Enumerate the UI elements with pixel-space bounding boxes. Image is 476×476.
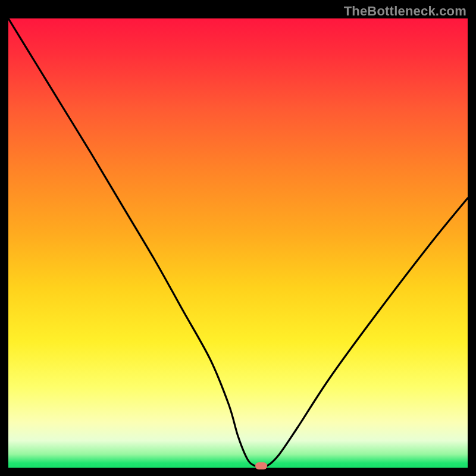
plot-area: [8, 18, 468, 468]
curve-path: [8, 18, 468, 466]
chart-frame: TheBottleneck.com: [0, 0, 476, 476]
min-marker: [255, 462, 267, 469]
bottleneck-curve: [8, 18, 468, 468]
watermark-text: TheBottleneck.com: [344, 4, 466, 19]
